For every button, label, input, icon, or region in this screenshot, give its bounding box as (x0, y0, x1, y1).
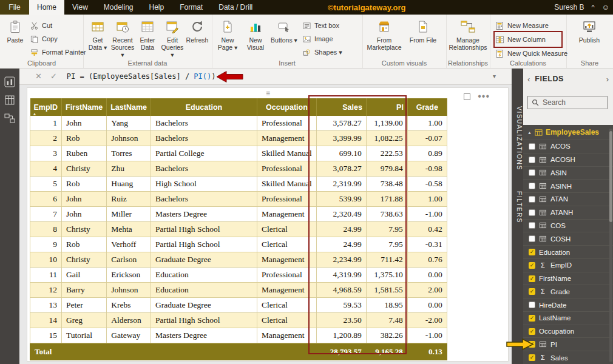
field-item-hiredate[interactable]: HireDate (523, 298, 613, 311)
cell-grade[interactable]: -1.00 (407, 207, 447, 222)
checkbox-unchecked-icon[interactable] (529, 302, 535, 308)
dax-formula[interactable]: PI = (EmployeeSales[Sales] / PI()) (67, 72, 216, 81)
cell-occupation[interactable]: Professional (257, 268, 316, 283)
cell-occupation[interactable]: Management (257, 283, 316, 298)
expand-pane-chevron[interactable]: › (606, 75, 609, 84)
checkbox-unchecked-icon[interactable] (529, 209, 535, 216)
collapse-pane-chevron[interactable]: ‹ (527, 75, 530, 84)
cell-occupation[interactable]: Management (257, 207, 316, 222)
cut-button[interactable]: Cut (29, 20, 52, 31)
column-header-firstname[interactable]: FirstName (62, 98, 107, 116)
cell-education[interactable]: High School (151, 177, 257, 192)
field-item-empid[interactable]: ✓ΣEmpID (523, 258, 613, 272)
visual-drag-handle[interactable]: ≡ (266, 89, 270, 98)
cell-firstname[interactable]: Ruben (62, 146, 107, 161)
checkbox-unchecked-icon[interactable] (529, 143, 535, 150)
signed-in-user[interactable]: Suresh B (554, 3, 584, 12)
cell-occupation[interactable]: Clerical (257, 237, 316, 252)
cell-education[interactable]: Graduate Degree (151, 298, 257, 313)
checkbox-unchecked-icon[interactable] (529, 235, 535, 242)
cell-lastname[interactable]: Torres (107, 146, 151, 161)
cell-firstname[interactable]: Christy (62, 161, 107, 177)
buttons-button[interactable]: Buttons ▾ (270, 19, 298, 44)
cell-occupation[interactable]: Skilled Manual (257, 146, 316, 161)
cell-empid[interactable]: 7 (30, 207, 62, 222)
cell-lastname[interactable]: Miller (107, 207, 151, 222)
recent-sources-button[interactable]: Recent Sources ▾ (110, 19, 135, 58)
new-page-button[interactable]: New Page ▾ (214, 19, 241, 51)
column-header-education[interactable]: Education (151, 98, 257, 116)
cell-grade[interactable]: 2.00 (407, 283, 447, 298)
formula-expand-chevron[interactable]: ▾ (493, 73, 496, 79)
expand-table-icon[interactable]: ▲ (527, 130, 532, 135)
cell-education[interactable]: Bachelors (151, 116, 257, 131)
column-header-occupation[interactable]: Occupation (257, 98, 316, 116)
field-item-grade[interactable]: ✓ΣGrade (523, 285, 613, 298)
cell-education[interactable]: Partial College (151, 146, 257, 161)
cell-lastname[interactable]: Gateway (107, 328, 151, 343)
collapse-ribbon-icon[interactable]: ^ (592, 4, 595, 11)
checkbox-unchecked-icon[interactable] (529, 222, 535, 229)
cell-education[interactable]: Masters Degree (151, 328, 257, 343)
report-view-button[interactable] (0, 73, 19, 91)
cell-empid[interactable]: 8 (30, 222, 62, 237)
cell-occupation[interactable]: Professional (257, 192, 316, 207)
column-header-grade[interactable]: Grade (407, 98, 447, 116)
formula-bar[interactable]: ✕ ✓ PI = (EmployeeSales[Sales] / PI()) ▾ (19, 68, 512, 85)
menu-tab-format[interactable]: Format (172, 0, 211, 15)
cell-firstname[interactable]: John (62, 116, 107, 131)
formula-commit-icon[interactable]: ✓ (50, 72, 57, 81)
cell-education[interactable]: Education (151, 283, 257, 298)
cell-empid[interactable]: 13 (30, 298, 62, 313)
visualizations-pane-collapsed[interactable]: VISUALIZATIONS (512, 96, 523, 181)
checkbox-checked-icon[interactable]: ✓ (529, 249, 535, 255)
cell-education[interactable]: Education (151, 268, 257, 283)
cell-firstname[interactable]: Rob (62, 237, 107, 252)
cell-firstname[interactable]: Greg (62, 313, 107, 328)
cell-firstname[interactable]: Tutorial (62, 328, 107, 343)
cell-lastname[interactable]: Verhoff (107, 237, 151, 252)
cell-education[interactable]: Partial High School (151, 222, 257, 237)
format-painter-button[interactable]: Format Painter (29, 47, 86, 58)
fields-scrollbar-thumb[interactable] (609, 131, 612, 222)
menu-tab-home[interactable]: Home (29, 0, 64, 15)
fields-search-input[interactable]: Search (527, 96, 608, 109)
cell-lastname[interactable]: Krebs (107, 298, 151, 313)
checkbox-unchecked-icon[interactable] (529, 196, 535, 203)
menu-tab-view[interactable]: View (64, 0, 96, 15)
new-visual-button[interactable]: New Visual (242, 19, 269, 51)
field-item-atan[interactable]: ATAN (523, 192, 613, 206)
cell-lastname[interactable]: Johnson (107, 131, 151, 146)
cell-grade[interactable]: 0.76 (407, 252, 447, 268)
cell-education[interactable]: Masters Degree (151, 207, 257, 222)
cell-lastname[interactable]: Yang (107, 116, 151, 131)
cell-lastname[interactable]: Mehta (107, 222, 151, 237)
cell-occupation[interactable]: Skilled Manual (257, 177, 316, 192)
checkbox-checked-icon[interactable]: ✓ (529, 354, 535, 361)
cell-empid[interactable]: 4 (30, 161, 62, 177)
cell-empid[interactable]: 11 (30, 268, 62, 283)
field-item-cos[interactable]: COS (523, 219, 613, 232)
cell-education[interactable]: Bachelors (151, 161, 257, 177)
report-page[interactable]: ≡ ••• EmpID▲FirstNameLastNameEducationOc… (27, 87, 509, 362)
cell-firstname[interactable]: Rob (62, 177, 107, 192)
cell-grade[interactable]: -0.31 (407, 237, 447, 252)
cell-occupation[interactable]: Clerical (257, 313, 316, 328)
checkbox-checked-icon[interactable]: ✓ (529, 262, 535, 269)
cell-occupation[interactable]: Management (257, 328, 316, 343)
cell-firstname[interactable]: Barry (62, 283, 107, 298)
cell-grade[interactable]: 1.00 (407, 192, 447, 207)
cell-grade[interactable]: 1.00 (407, 116, 447, 131)
cell-occupation[interactable]: Clerical (257, 222, 316, 237)
cell-empid[interactable]: 2 (30, 131, 62, 146)
paste-button[interactable]: Paste (4, 19, 27, 44)
more-options-icon[interactable]: ••• (478, 91, 490, 102)
field-item-pi[interactable]: ✓PI (523, 337, 613, 351)
cell-occupation[interactable]: Professional (257, 116, 316, 131)
cell-grade[interactable]: 0.89 (407, 146, 447, 161)
edit-queries-button[interactable]: Edit Queries ▾ (160, 19, 185, 58)
cell-lastname[interactable]: Alderson (107, 313, 151, 328)
manage-relationships-button[interactable]: Manage Relationships (449, 19, 487, 51)
cell-occupation[interactable]: Clerical (257, 298, 316, 313)
cell-grade[interactable]: -0.98 (407, 161, 447, 177)
